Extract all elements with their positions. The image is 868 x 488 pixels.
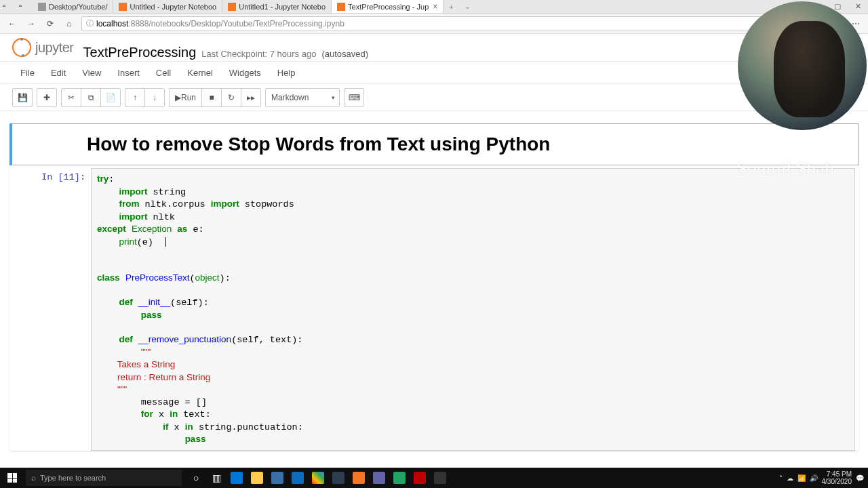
tab-title: Desktop/Youtube/ bbox=[49, 3, 107, 11]
cortana-icon[interactable]: ○ bbox=[186, 468, 206, 488]
tray-wifi-icon[interactable]: 📶 bbox=[797, 474, 806, 482]
move-up-button[interactable]: ↑ bbox=[125, 88, 145, 107]
jupyter-toolbar: 💾 ✚ ✂ ⧉ 📄 ↑ ↓ ▶ Run ■ ↻ ▸▸ Markdown ⌨ bbox=[0, 84, 868, 111]
input-prompt: In [11]: bbox=[13, 168, 91, 451]
tab-title: Untitled1 - Jupyter Notebo bbox=[239, 3, 326, 11]
close-tab-icon[interactable]: × bbox=[433, 2, 437, 12]
code-cell[interactable]: In [11]: try: import string from nltk.co… bbox=[9, 165, 859, 451]
save-button[interactable]: 💾 bbox=[12, 88, 33, 107]
folder-icon bbox=[38, 3, 46, 11]
text-cursor bbox=[165, 237, 166, 247]
copy-button[interactable]: ⧉ bbox=[81, 88, 101, 107]
menu-view[interactable]: View bbox=[74, 62, 109, 83]
heading: How to remove Stop Words from Text using… bbox=[87, 134, 783, 155]
watermark-text: Soumil Shah bbox=[736, 157, 834, 179]
taskbar-app[interactable] bbox=[430, 468, 450, 488]
windows-taskbar: ⌕Type here to search ○ ▥ ˄ ☁ 📶 🔊 7:45 PM… bbox=[0, 468, 868, 488]
browser-tab-strip: ▫ ▫ Desktop/Youtube/ Untitled - Jupyter … bbox=[0, 0, 868, 14]
restart-run-all-button[interactable]: ▸▸ bbox=[241, 88, 261, 107]
browser-tab-active[interactable]: TextPreProcessing - Jup× bbox=[332, 0, 443, 13]
address-bar[interactable]: ⓘ localhost:8888/notebooks/Desktop/Youtu… bbox=[81, 16, 844, 31]
restart-button[interactable]: ↻ bbox=[221, 88, 241, 107]
add-cell-button[interactable]: ✚ bbox=[37, 88, 57, 107]
forward-button[interactable]: → bbox=[22, 16, 41, 32]
checkpoint-status: Last Checkpoint: 7 hours ago bbox=[201, 49, 316, 59]
tray-volume-icon[interactable]: 🔊 bbox=[810, 474, 818, 482]
cut-button[interactable]: ✂ bbox=[61, 88, 81, 107]
taskbar-app[interactable] bbox=[389, 468, 410, 488]
taskbar-search[interactable]: ⌕Type here to search bbox=[26, 470, 182, 486]
search-placeholder: Type here to search bbox=[40, 474, 106, 482]
url-path: :8888/notebooks/Desktop/Youtube/TextPreP… bbox=[128, 19, 344, 28]
jupyter-favicon bbox=[228, 3, 236, 11]
start-button[interactable] bbox=[0, 468, 24, 488]
taskbar-app[interactable] bbox=[267, 468, 288, 488]
menu-file[interactable]: File bbox=[12, 62, 43, 83]
taskbar-app[interactable] bbox=[308, 468, 328, 488]
menu-insert[interactable]: Insert bbox=[109, 62, 148, 83]
jupyter-logo[interactable]: jupyter bbox=[12, 38, 74, 57]
cell-type-select[interactable]: Markdown bbox=[265, 88, 340, 107]
back-button[interactable]: ← bbox=[3, 16, 22, 32]
tray-cloud-icon[interactable]: ☁ bbox=[787, 474, 793, 482]
cell-type-value: Markdown bbox=[271, 93, 309, 102]
new-tab-button[interactable]: + bbox=[443, 0, 458, 13]
menu-widgets[interactable]: Widgets bbox=[221, 62, 269, 83]
search-icon: ⌕ bbox=[31, 473, 36, 483]
menu-edit[interactable]: Edit bbox=[43, 62, 74, 83]
notebook-title[interactable]: TextPreProcessing bbox=[83, 45, 197, 60]
system-tray[interactable]: ˄ ☁ 📶 🔊 7:45 PM 4/30/2020 💬 bbox=[779, 470, 869, 485]
notifications-icon[interactable]: 💬 bbox=[856, 474, 864, 482]
code-input-area[interactable]: try: import string from nltk.corpus impo… bbox=[91, 168, 855, 451]
autosaved-status: (autosaved) bbox=[321, 49, 368, 59]
command-palette-button[interactable]: ⌨ bbox=[344, 88, 364, 107]
taskbar-app[interactable] bbox=[288, 468, 308, 488]
browser-tab[interactable]: Untitled - Jupyter Noteboo bbox=[113, 0, 222, 13]
menu-cell[interactable]: Cell bbox=[148, 62, 179, 83]
browser-tab[interactable]: Desktop/Youtube/ bbox=[33, 0, 113, 13]
run-button[interactable]: ▶ Run bbox=[169, 88, 202, 107]
paste-button[interactable]: 📄 bbox=[100, 88, 121, 107]
edge-menu-icon[interactable]: ▫ bbox=[3, 1, 14, 12]
browser-tab[interactable]: Untitled1 - Jupyter Notebo bbox=[222, 0, 332, 13]
url-host: localhost bbox=[96, 19, 128, 28]
tray-time: 7:45 PM bbox=[822, 470, 852, 478]
jupyter-favicon bbox=[119, 3, 127, 11]
tab-title: TextPreProcessing - Jup bbox=[348, 3, 429, 11]
menu-help[interactable]: Help bbox=[269, 62, 304, 83]
tray-date: 4/30/2020 bbox=[822, 478, 852, 485]
taskbar-app[interactable] bbox=[410, 468, 430, 488]
markdown-cell[interactable]: How to remove Stop Words from Text using… bbox=[9, 123, 859, 165]
refresh-button[interactable]: ⟳ bbox=[41, 16, 60, 32]
tab-overflow-icon[interactable]: ⌄ bbox=[459, 0, 476, 13]
tab-title: Untitled - Jupyter Noteboo bbox=[130, 3, 216, 11]
taskbar-app[interactable] bbox=[247, 468, 267, 488]
taskbar-app[interactable] bbox=[226, 468, 247, 488]
edge-menu-icon[interactable]: ▫ bbox=[19, 1, 30, 12]
taskbar-app[interactable] bbox=[349, 468, 369, 488]
interrupt-button[interactable]: ■ bbox=[201, 88, 222, 107]
jupyter-logo-icon bbox=[12, 38, 31, 57]
tray-chevron-icon[interactable]: ˄ bbox=[779, 474, 783, 482]
jupyter-favicon bbox=[337, 3, 345, 11]
close-window-icon[interactable]: ✕ bbox=[848, 2, 868, 11]
run-label: Run bbox=[181, 93, 196, 102]
menu-kernel[interactable]: Kernel bbox=[179, 62, 221, 83]
taskbar-app[interactable] bbox=[328, 468, 349, 488]
browser-nav-bar: ← → ⟳ ⌂ ⓘ localhost:8888/notebooks/Deskt… bbox=[0, 14, 868, 34]
webcam-overlay bbox=[738, 1, 867, 130]
task-view-icon[interactable]: ▥ bbox=[206, 468, 226, 488]
jupyter-logo-text: jupyter bbox=[35, 40, 74, 56]
taskbar-app[interactable] bbox=[369, 468, 389, 488]
move-down-button[interactable]: ↓ bbox=[144, 88, 165, 107]
home-button[interactable]: ⌂ bbox=[60, 16, 79, 32]
info-icon: ⓘ bbox=[86, 18, 94, 28]
